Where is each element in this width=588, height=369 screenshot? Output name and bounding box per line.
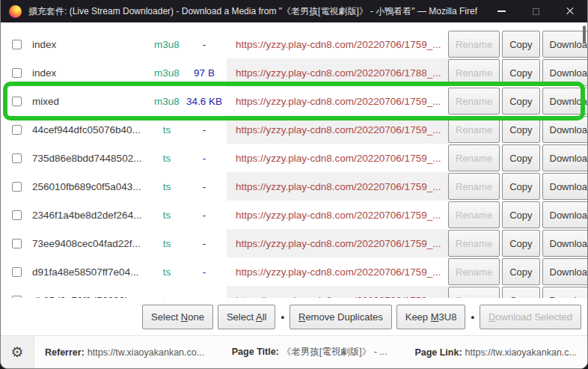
rename-button[interactable]: Rename — [448, 287, 500, 298]
media-name: mixed — [32, 96, 150, 107]
row-checkbox[interactable] — [12, 97, 22, 106]
media-url: https://yzzy.play-cdn8.com/20220706/1759… — [227, 30, 448, 58]
media-type: ts — [150, 153, 183, 164]
referrer-status: Referrer:https://tw.xiaoyakankan.co... — [45, 347, 204, 358]
copy-button[interactable]: Copy — [502, 116, 539, 143]
download-button[interactable]: Download — [542, 287, 588, 298]
remove-duplicates-button[interactable]: Remove Duplicates — [290, 305, 392, 329]
copy-button[interactable]: Copy — [502, 31, 539, 58]
media-url: https://yzzy.play-cdn8.com/20220706/1759… — [227, 201, 448, 229]
media-size: 34.6 KB — [183, 96, 225, 107]
media-type: ts — [150, 295, 183, 299]
row-actions: Rename Copy Download — [448, 173, 587, 200]
download-button[interactable]: Download — [542, 258, 588, 285]
copy-button[interactable]: Copy — [502, 230, 539, 257]
download-button[interactable]: Download — [542, 230, 588, 257]
download-selected-button[interactable]: Download Selected — [480, 305, 581, 329]
media-type: ts — [150, 238, 183, 249]
media-name: 735d86e8bdd7448502... — [32, 153, 150, 164]
download-button[interactable]: Download — [542, 31, 588, 58]
media-url: https://yzzy.play-cdn8.com/20220706/1759… — [227, 172, 448, 201]
statusbar: ⚙ Referrer:https://tw.xiaoyakankan.co...… — [1, 335, 587, 368]
page-link-value: https://tw.xiaoyakankan.c... — [465, 347, 577, 358]
media-url: https://yzzy.play-cdn8.com/20220706/1759… — [227, 257, 448, 286]
keep-m3u8-button[interactable]: Keep M3U8 — [396, 305, 466, 329]
select-all-button[interactable]: Select All — [218, 305, 275, 329]
window-title: 擴充套件: (Live Stream Downloader) - Downloa… — [28, 5, 477, 18]
rename-button[interactable]: Rename — [448, 116, 500, 143]
row-checkbox[interactable] — [12, 182, 22, 192]
window-controls — [484, 0, 587, 22]
copy-button[interactable]: Copy — [502, 287, 539, 298]
copy-button[interactable]: Copy — [502, 173, 539, 200]
media-size: - — [183, 181, 225, 192]
row-actions: Rename Copy Download — [448, 258, 587, 285]
row-checkbox[interactable] — [12, 40, 22, 49]
media-url: https://yzzy.play-cdn8.com/20220706/1759… — [227, 229, 448, 257]
rename-button[interactable]: Rename — [448, 31, 500, 58]
media-row: db85d9e70f9d50000b... ts - https://yzzy.… — [1, 286, 587, 298]
settings-button[interactable]: ⚙ — [1, 336, 34, 368]
rename-button[interactable]: Rename — [448, 88, 500, 115]
copy-button[interactable]: Copy — [502, 258, 539, 285]
row-checkbox[interactable] — [12, 125, 22, 135]
row-actions: Rename Copy Download — [448, 144, 587, 171]
select-none-button[interactable]: Select None — [142, 305, 213, 329]
rename-button[interactable]: Rename — [448, 230, 500, 257]
media-url: https://yzzy.play-cdn8.com/20220706/1759… — [227, 144, 448, 172]
row-actions: Rename Copy Download — [448, 59, 587, 86]
rename-button[interactable]: Rename — [448, 173, 500, 200]
app-window: 擴充套件: (Live Stream Downloader) - Downloa… — [0, 0, 588, 369]
media-row: 2346f1a4be8d2def264... ts - https://yzzy… — [1, 201, 587, 229]
media-row: 73ee9408cec04fad22f... ts - https://yzzy… — [1, 229, 587, 257]
minimize-button[interactable] — [484, 0, 518, 22]
media-size: - — [183, 266, 225, 278]
footer-toolbar: Select None Select All • Remove Duplicat… — [1, 298, 587, 335]
row-checkbox[interactable] — [12, 153, 22, 163]
rename-button[interactable]: Rename — [448, 258, 500, 285]
close-button[interactable] — [553, 0, 587, 22]
row-actions: Rename Copy Download — [448, 201, 587, 228]
copy-button[interactable]: Copy — [502, 201, 539, 228]
page-title-status: Page Title:《老男孩[電視劇版]》 - ... — [232, 346, 388, 359]
rename-button[interactable]: Rename — [448, 144, 500, 171]
media-url: https://yzzy.play-cdn8.com/20220706/1759… — [227, 87, 448, 115]
media-type: ts — [150, 266, 183, 278]
row-checkbox[interactable] — [12, 68, 22, 78]
copy-button[interactable]: Copy — [502, 88, 539, 115]
row-checkbox[interactable] — [12, 267, 22, 277]
maximize-button — [518, 0, 553, 22]
media-name: d91fa48e58507ff7e04... — [32, 266, 150, 278]
media-type: m3u8 — [150, 39, 183, 50]
copy-button[interactable]: Copy — [502, 144, 539, 171]
row-checkbox[interactable] — [12, 239, 22, 248]
rename-button[interactable]: Rename — [448, 201, 500, 228]
rename-button[interactable]: Rename — [448, 59, 500, 86]
firefox-icon — [9, 5, 22, 18]
download-button[interactable]: Download — [542, 59, 588, 86]
maximize-icon — [533, 8, 539, 15]
download-button[interactable]: Download — [542, 173, 588, 200]
media-size: - — [183, 153, 225, 164]
media-url: https://yzzy.play-cdn8.com/20220706/1788… — [227, 58, 448, 87]
media-size: - — [183, 210, 225, 221]
referrer-label: Referrer: — [45, 347, 85, 358]
media-size: - — [183, 295, 225, 299]
media-row: index m3u8 97 B https://yzzy.play-cdn8.c… — [1, 58, 587, 87]
media-row: d91fa48e58507ff7e04... ts - https://yzzy… — [1, 257, 587, 286]
media-list: index m3u8 - https://yzzy.play-cdn8.com/… — [1, 22, 587, 298]
row-checkbox[interactable] — [12, 210, 22, 220]
download-button[interactable]: Download — [542, 144, 588, 171]
media-url: https://yzzy.play-cdn8.com/20220706/1759… — [227, 115, 448, 144]
row-checkbox[interactable] — [12, 296, 22, 299]
gear-icon: ⚙ — [10, 345, 23, 359]
media-row: 735d86e8bdd7448502... ts - https://yzzy.… — [1, 144, 587, 172]
download-button[interactable]: Download — [542, 116, 588, 143]
media-name: db85d9e70f9d50000b... — [32, 295, 150, 299]
close-icon — [566, 7, 575, 16]
media-type: m3u8 — [150, 67, 183, 79]
download-button[interactable]: Download — [542, 201, 588, 228]
scrollbar[interactable] — [583, 25, 586, 43]
copy-button[interactable]: Copy — [502, 59, 539, 86]
download-button[interactable]: Download — [542, 88, 588, 115]
